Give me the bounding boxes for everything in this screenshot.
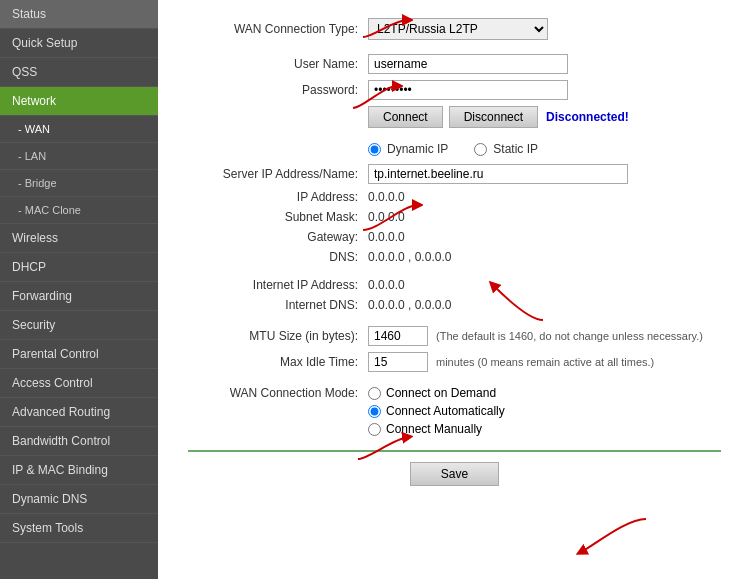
save-button[interactable]: Save (410, 462, 499, 486)
sidebar-item-parental-control[interactable]: Parental Control (0, 340, 158, 369)
sidebar-item-status[interactable]: Status (0, 0, 158, 29)
sidebar-item-wan[interactable]: - WAN (0, 116, 158, 143)
server-ip-input[interactable] (368, 164, 628, 184)
max-idle-label: Max Idle Time: (188, 355, 368, 369)
subnet-mask-value: 0.0.0.0 (368, 210, 405, 224)
mtu-hint: (The default is 1460, do not change unle… (436, 330, 703, 342)
mtu-label: MTU Size (in bytes): (188, 329, 368, 343)
dynamic-ip-radio[interactable] (368, 143, 381, 156)
arrow-save (571, 514, 651, 559)
sidebar-item-dynamic-dns[interactable]: Dynamic DNS (0, 485, 158, 514)
sidebar-item-qss[interactable]: QSS (0, 58, 158, 87)
sidebar: StatusQuick SetupQSSNetwork- WAN- LAN- B… (0, 0, 158, 579)
ip-address-value: 0.0.0.0 (368, 190, 405, 204)
password-input[interactable] (368, 80, 568, 100)
sidebar-item-advanced-routing[interactable]: Advanced Routing (0, 398, 158, 427)
manual-radio[interactable] (368, 423, 381, 436)
save-area: Save (188, 450, 721, 486)
internet-ip-value: 0.0.0.0 (368, 278, 405, 292)
wan-mode-label: WAN Connection Mode: (188, 386, 368, 400)
sidebar-item-security[interactable]: Security (0, 311, 158, 340)
subnet-mask-label: Subnet Mask: (188, 210, 368, 224)
username-label: User Name: (188, 57, 368, 71)
on-demand-label: Connect on Demand (386, 386, 496, 400)
wan-type-select[interactable]: L2TP/Russia L2TP (368, 18, 548, 40)
auto-label: Connect Automatically (386, 404, 505, 418)
username-input[interactable] (368, 54, 568, 74)
mtu-input[interactable] (368, 326, 428, 346)
sidebar-item-bridge[interactable]: - Bridge (0, 170, 158, 197)
sidebar-item-lan[interactable]: - LAN (0, 143, 158, 170)
ip-address-label: IP Address: (188, 190, 368, 204)
sidebar-item-system-tools[interactable]: System Tools (0, 514, 158, 543)
sidebar-item-access-control[interactable]: Access Control (0, 369, 158, 398)
internet-ip-label: Internet IP Address: (188, 278, 368, 292)
dns-value: 0.0.0.0 , 0.0.0.0 (368, 250, 451, 264)
disconnect-button[interactable]: Disconnect (449, 106, 538, 128)
static-ip-label: Static IP (493, 142, 538, 156)
max-idle-hint: minutes (0 means remain active at all ti… (436, 356, 654, 368)
wan-type-label: WAN Connection Type: (188, 22, 368, 36)
sidebar-item-quick-setup[interactable]: Quick Setup (0, 29, 158, 58)
auto-radio[interactable] (368, 405, 381, 418)
sidebar-item-dhcp[interactable]: DHCP (0, 253, 158, 282)
sidebar-item-bandwidth-control[interactable]: Bandwidth Control (0, 427, 158, 456)
server-ip-label: Server IP Address/Name: (188, 167, 368, 181)
wan-mode-options: Connect on Demand Connect Automatically … (368, 386, 505, 440)
dns-label: DNS: (188, 250, 368, 264)
internet-dns-value: 0.0.0.0 , 0.0.0.0 (368, 298, 451, 312)
internet-dns-label: Internet DNS: (188, 298, 368, 312)
connect-button[interactable]: Connect (368, 106, 443, 128)
sidebar-item-ip-mac-binding[interactable]: IP & MAC Binding (0, 456, 158, 485)
gateway-label: Gateway: (188, 230, 368, 244)
manual-label: Connect Manually (386, 422, 482, 436)
sidebar-item-wireless[interactable]: Wireless (0, 224, 158, 253)
password-label: Password: (188, 83, 368, 97)
ip-type-radio-group: Dynamic IP Static IP (368, 142, 548, 156)
sidebar-item-mac-clone[interactable]: - MAC Clone (0, 197, 158, 224)
static-ip-radio[interactable] (474, 143, 487, 156)
max-idle-input[interactable] (368, 352, 428, 372)
dynamic-ip-label: Dynamic IP (387, 142, 448, 156)
on-demand-radio[interactable] (368, 387, 381, 400)
gateway-value: 0.0.0.0 (368, 230, 405, 244)
sidebar-item-forwarding[interactable]: Forwarding (0, 282, 158, 311)
main-content: WAN Connection Type: L2TP/Russia L2TP Us… (158, 0, 741, 579)
sidebar-item-network[interactable]: Network (0, 87, 158, 116)
connection-status: Disconnected! (546, 110, 629, 124)
